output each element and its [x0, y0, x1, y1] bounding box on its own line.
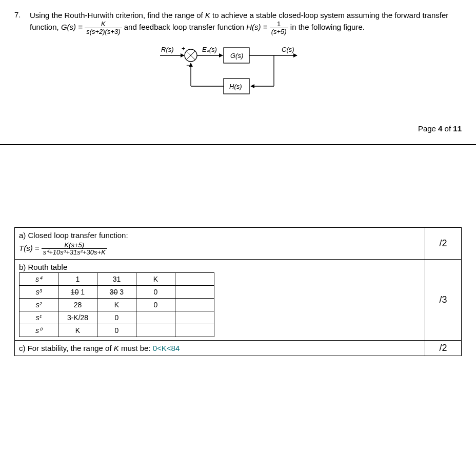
g-fraction: K s(s+2)(s+3) — [85, 21, 122, 35]
question-number: 7. — [14, 10, 26, 35]
rc: 10 1 — [58, 285, 97, 298]
rc — [136, 324, 175, 337]
rh-s1: s¹ — [19, 311, 58, 324]
g-lhs: G(s) = — [61, 23, 85, 31]
q-kvar: K — [205, 11, 210, 19]
h-lhs: H(s) = — [246, 23, 269, 31]
q-mid2: and feedback loop transfer function — [124, 23, 247, 31]
rc: 31 — [97, 272, 136, 285]
part-c-score: /2 — [425, 341, 461, 356]
label-c: C(s) — [282, 46, 294, 53]
rc — [136, 311, 175, 324]
g-den: s(s+2)(s+3) — [85, 28, 122, 35]
tfn-frac: K(s+5) s⁴+10s³+31s²+30s+K — [42, 242, 107, 256]
answer-table: a) Closed loop transfer function: T(s) =… — [14, 227, 462, 356]
rc: 1 — [58, 272, 97, 285]
table-row: s⁰ K 0 — [19, 324, 214, 337]
label-ea: Eₐ(s) — [202, 46, 217, 53]
page-tot: 11 — [453, 124, 462, 133]
h-fraction: 1 (s+5) — [270, 21, 288, 35]
q-pre: Using the Routh-Hurwith criterion, find … — [30, 11, 205, 19]
c-answer: 0<K<84 — [153, 344, 180, 352]
g-num: K — [85, 21, 122, 28]
page-pre: Page — [418, 124, 438, 133]
rh-s4: s⁴ — [19, 272, 58, 285]
rh-s2: s² — [19, 298, 58, 311]
part-b-title: b) Routh table — [19, 263, 421, 271]
part-a-score: /2 — [425, 228, 461, 259]
rc: 0 — [136, 285, 175, 298]
rc: K — [97, 298, 136, 311]
part-b-cell: b) Routh table s⁴ 1 31 K s³ 10 1 30 3 0 — [15, 260, 425, 340]
page-of: of — [442, 124, 453, 133]
question-text: Using the Routh-Hurwith criterion, find … — [30, 10, 462, 35]
h-den: (s+5) — [270, 28, 288, 35]
table-row: s³ 10 1 30 3 0 — [19, 285, 214, 298]
table-row: s² 28 K 0 — [19, 298, 214, 311]
table-row: s⁴ 1 31 K — [19, 272, 214, 285]
part-b-row: b) Routh table s⁴ 1 31 K s³ 10 1 30 3 0 — [15, 259, 461, 340]
rc: 0 — [136, 298, 175, 311]
rc — [175, 298, 214, 311]
divider — [0, 144, 476, 145]
part-a-row: a) Closed loop transfer function: T(s) =… — [15, 228, 461, 259]
rc — [175, 285, 214, 298]
strike-30: 30 — [110, 288, 118, 296]
h-num: 1 — [270, 21, 288, 28]
table-row: s¹ 3-K/28 0 — [19, 311, 214, 324]
routh-table: s⁴ 1 31 K s³ 10 1 30 3 0 s² 28 K — [19, 272, 214, 337]
c-k: K — [114, 344, 119, 352]
rc — [175, 311, 214, 324]
rc: K — [58, 324, 97, 337]
block-diagram: R(s) + − Eₐ(s) G(s) C(s) H(s) — [14, 43, 462, 106]
part-a-title: a) Closed loop transfer function: — [19, 231, 421, 240]
page-number: Page 4 of 11 — [14, 124, 462, 133]
rc: 3-K/28 — [58, 311, 97, 324]
rc: 0 — [97, 311, 136, 324]
rh-s0: s⁰ — [19, 324, 58, 337]
rc — [175, 272, 214, 285]
tfn-den: s⁴+10s³+31s²+30s+K — [42, 249, 107, 256]
part-b-score: /3 — [425, 260, 461, 340]
tfn-lhs: T(s) = — [19, 244, 42, 252]
rc: 0 — [97, 324, 136, 337]
strike-10: 10 — [71, 288, 79, 296]
rc: K — [136, 272, 175, 285]
label-h: H(s) — [229, 83, 242, 90]
sum-plus: + — [182, 45, 185, 52]
rc: 30 3 — [97, 285, 136, 298]
rc: 28 — [58, 298, 97, 311]
c-pre: c) For stability, the range of — [19, 344, 114, 352]
tfn-num: K(s+5) — [42, 242, 107, 249]
label-g: G(s) — [230, 52, 243, 60]
part-c-cell: c) For stability, the range of K must be… — [15, 341, 425, 356]
part-a-cell: a) Closed loop transfer function: T(s) =… — [15, 228, 425, 259]
sum-minus: − — [186, 62, 190, 69]
rh-s3: s³ — [19, 285, 58, 298]
label-r: R(s) — [161, 46, 174, 53]
question-block: 7. Using the Routh-Hurwith criterion, fi… — [14, 10, 462, 35]
part-c-row: c) For stability, the range of K must be… — [15, 340, 461, 356]
q-tail: in the following figure. — [290, 23, 365, 31]
rc — [175, 324, 214, 337]
c-mid: must be: — [121, 344, 153, 352]
